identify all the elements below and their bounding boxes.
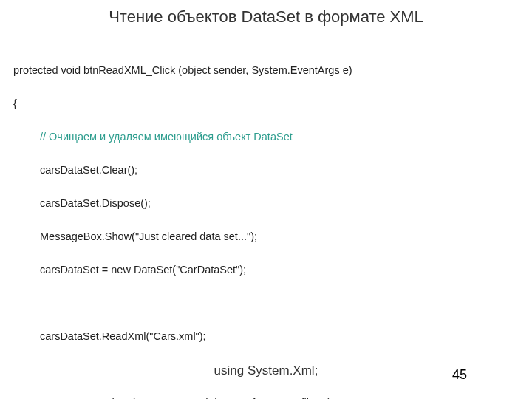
code-line: { xyxy=(13,95,510,112)
code-line: carsDataSet.ReadXml("Cars.xml"); xyxy=(13,328,510,344)
code-line: MessageBox.Show("Reconstructed data set … xyxy=(13,395,510,399)
code-line: carsDataSet.Clear(); xyxy=(13,162,510,178)
code-block: protected void btnReadXML_Click (object … xyxy=(13,46,510,399)
code-comment: // Очищаем и удаляем имеющийся объект Da… xyxy=(13,129,510,145)
slide-title: Чтение объектов DataSet в формате XML xyxy=(0,7,532,27)
code-line: carsDataSet.Dispose(); xyxy=(13,195,510,211)
code-line: protected void btnReadXML_Click (object … xyxy=(13,62,510,78)
page-number: 45 xyxy=(452,367,467,383)
code-line: MessageBox.Show("Just cleared data set..… xyxy=(13,228,510,245)
slide: Чтение объектов DataSet в формате XML pr… xyxy=(0,0,532,399)
code-blank xyxy=(13,295,510,311)
code-line: carsDataSet = new DataSet("CarDataSet"); xyxy=(13,262,510,278)
